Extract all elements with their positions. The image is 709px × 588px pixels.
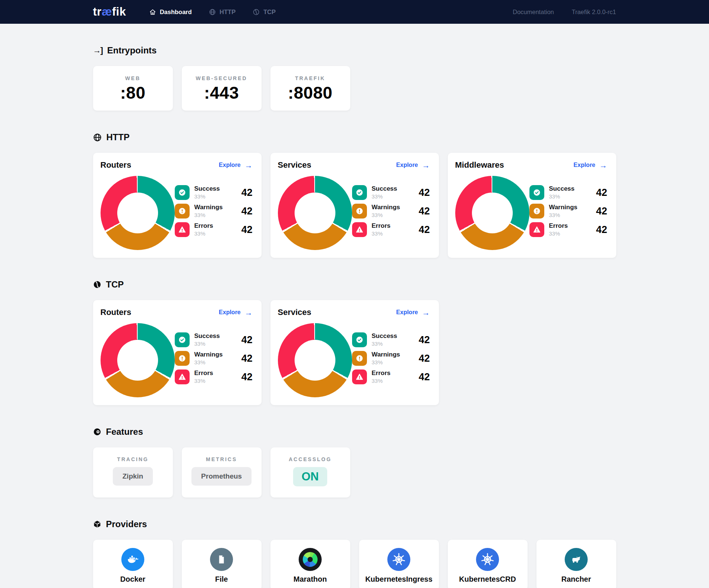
legend-pct: 33% xyxy=(194,378,213,384)
legend-pct: 33% xyxy=(372,193,397,200)
tcp-cards-row: Routers Explore → Success33% 42 xyxy=(93,300,616,405)
entrypoint-port: :8080 xyxy=(270,83,350,103)
warning-triangle-icon xyxy=(352,369,367,384)
nav-label: HTTP xyxy=(220,9,236,16)
kubernetes-icon xyxy=(476,548,499,571)
nav-item-http[interactable]: HTTP xyxy=(209,9,236,16)
explore-link[interactable]: Explore → xyxy=(574,161,607,169)
nav-right: Documentation Traefik 2.0.0-rc1 xyxy=(513,9,616,16)
entrypoint-name: TRAEFIK xyxy=(270,75,350,81)
legend-row-warnings: Warnings33% 42 xyxy=(175,203,253,219)
legend-label: Warnings xyxy=(372,204,400,211)
features-row: TRACING Zipkin METRICS Prometheus ACCESS… xyxy=(93,447,616,497)
legend-pct: 33% xyxy=(194,212,223,219)
explore-link[interactable]: Explore → xyxy=(219,161,253,169)
legend-label: Success xyxy=(194,332,220,340)
exclamation-circle-icon xyxy=(175,204,190,219)
http-section-header: HTTP xyxy=(93,132,616,142)
provider-card-docker: Docker xyxy=(93,540,173,588)
home-icon xyxy=(149,9,156,16)
explore-link[interactable]: Explore → xyxy=(396,309,430,316)
tcp-services-card: Services Explore → Success33% 42 xyxy=(270,300,439,405)
warning-triangle-icon xyxy=(175,369,190,384)
explore-link[interactable]: Explore → xyxy=(396,161,430,169)
logo-part: fik xyxy=(112,5,126,18)
warning-triangle-icon xyxy=(529,222,544,237)
explore-link[interactable]: Explore → xyxy=(219,309,253,316)
legend-value: 42 xyxy=(418,353,430,364)
status-legend: Success33% 42 Warnings33% 42 xyxy=(175,185,253,250)
legend-value: 42 xyxy=(241,187,252,198)
legend-label: Success xyxy=(372,332,397,340)
provider-card-rancher: Rancher xyxy=(536,540,616,588)
docker-icon xyxy=(121,548,144,571)
arrow-right-icon: → xyxy=(422,161,430,169)
legend-value: 42 xyxy=(241,334,252,346)
entrypoint-port: :443 xyxy=(182,83,262,103)
status-donut-chart xyxy=(101,176,175,250)
exclamation-circle-icon xyxy=(352,204,367,219)
card-title: Routers xyxy=(101,160,131,170)
feature-card-metrics: METRICS Prometheus xyxy=(182,447,262,497)
provider-name: KubernetesCRD xyxy=(448,575,528,584)
entrypoint-name: WEB-SECURED xyxy=(182,75,262,81)
legend-pct: 33% xyxy=(372,378,391,384)
legend-row-warnings: Warnings33% 42 xyxy=(175,351,253,366)
traefik-logo: træfik xyxy=(93,5,126,19)
legend-row-success: Success33% 42 xyxy=(352,185,430,200)
exclamation-circle-icon xyxy=(529,204,544,219)
feature-card-accesslog: ACCESSLOG ON xyxy=(270,447,350,497)
warning-triangle-icon xyxy=(352,222,367,237)
legend-row-errors: Errors33% 42 xyxy=(529,222,607,237)
legend-value: 42 xyxy=(418,206,430,217)
globe-icon xyxy=(93,133,102,142)
tcp-routers-card: Routers Explore → Success33% 42 xyxy=(93,300,262,405)
nav-label: TCP xyxy=(263,9,276,16)
status-legend: Success33% 42 Warnings33% 42 xyxy=(175,332,253,397)
legend-row-warnings: Warnings33% 42 xyxy=(352,203,430,219)
nav-item-dashboard[interactable]: Dashboard xyxy=(149,9,192,16)
legend-pct: 33% xyxy=(194,230,213,237)
provider-name: File xyxy=(182,575,262,584)
feature-value-pill: Zipkin xyxy=(113,467,153,486)
entrypoints-icon: →] xyxy=(93,46,102,55)
entrypoints-section-header: →] Entrypoints xyxy=(93,45,616,56)
entrypoint-card-web: WEB :80 xyxy=(93,66,173,111)
legend-label: Success xyxy=(372,185,397,193)
entrypoint-name: WEB xyxy=(93,75,173,81)
card-title: Services xyxy=(278,160,312,170)
explore-label: Explore xyxy=(219,309,241,316)
provider-name: Marathon xyxy=(270,575,350,584)
card-title: Routers xyxy=(101,308,131,317)
section-title: HTTP xyxy=(106,132,130,142)
status-legend: Success33% 42 Warnings33% 42 xyxy=(352,185,430,250)
legend-label: Errors xyxy=(372,369,391,377)
legend-pct: 33% xyxy=(549,230,568,237)
legend-pct: 33% xyxy=(549,193,575,200)
file-icon xyxy=(210,548,233,571)
nav-item-tcp[interactable]: TCP xyxy=(253,9,276,16)
tcp-icon xyxy=(253,9,260,16)
provider-card-kubernetes-ingress: KubernetesIngress xyxy=(359,540,439,588)
status-donut-chart xyxy=(101,323,175,397)
feature-value-pill: Prometheus xyxy=(191,467,252,486)
legend-label: Warnings xyxy=(549,204,578,211)
feature-name: METRICS xyxy=(182,456,262,462)
legend-row-errors: Errors33% 42 xyxy=(352,222,430,237)
status-donut-chart xyxy=(278,176,352,250)
provider-card-marathon: Marathon xyxy=(270,540,350,588)
legend-label: Errors xyxy=(549,222,568,230)
provider-name: Docker xyxy=(93,575,173,584)
arrow-right-icon: → xyxy=(422,309,430,316)
legend-value: 42 xyxy=(596,187,607,198)
version-link[interactable]: Traefik 2.0.0-rc1 xyxy=(572,9,616,16)
legend-value: 42 xyxy=(241,371,252,383)
documentation-link[interactable]: Documentation xyxy=(513,9,554,16)
legend-row-warnings: Warnings33% 42 xyxy=(352,351,430,366)
legend-pct: 33% xyxy=(372,359,400,366)
exclamation-circle-icon xyxy=(352,351,367,366)
legend-value: 42 xyxy=(596,224,607,236)
legend-pct: 33% xyxy=(194,193,220,200)
legend-value: 42 xyxy=(418,187,430,198)
main-nav: Dashboard HTTP TCP xyxy=(149,9,276,16)
